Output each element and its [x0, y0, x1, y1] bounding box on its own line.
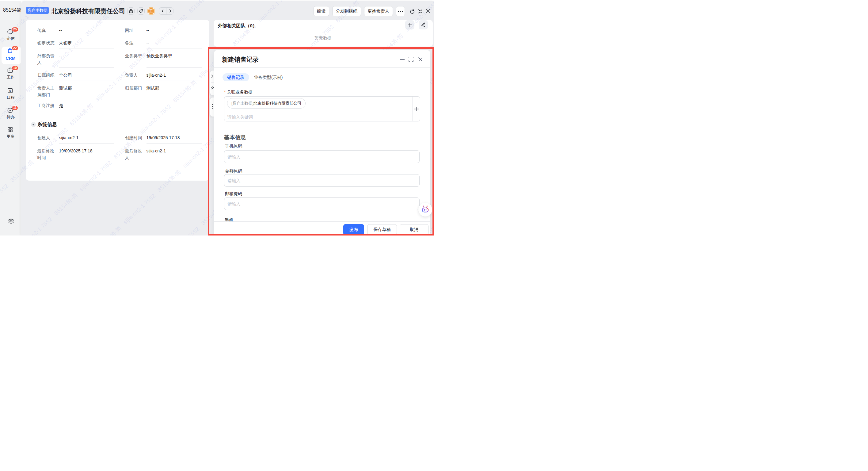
svg-text:5: 5 [9, 89, 11, 92]
